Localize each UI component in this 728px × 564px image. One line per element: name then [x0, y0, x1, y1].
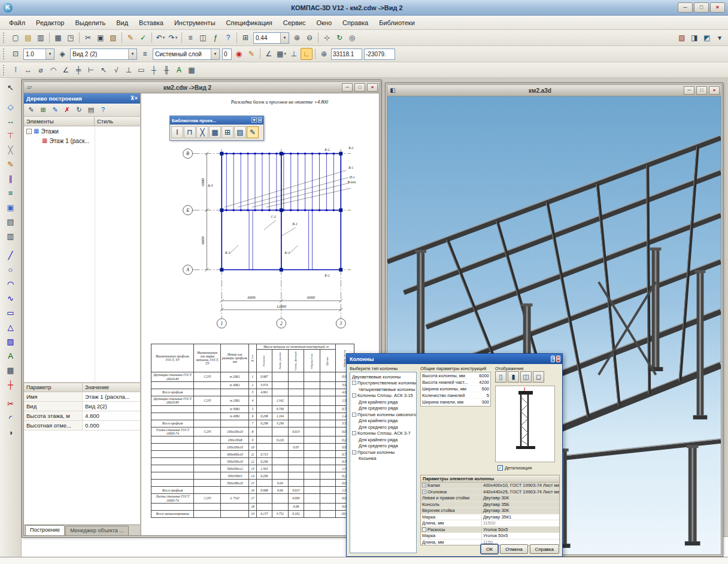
grid-button[interactable]: ▦▾: [275, 48, 287, 60]
element-value[interactable]: 440х440х25, ГОСТ 19903-74 Лист металлич.: [482, 489, 559, 495]
element-value[interactable]: Двутавр 35Б: [482, 502, 559, 507]
dialog-tree-item[interactable]: Для крайнего ряда: [350, 436, 416, 443]
expander-icon[interactable]: -: [352, 450, 356, 454]
parameter-value[interactable]: Этаж 1 (раскла...: [83, 392, 140, 401]
zoom-combo[interactable]: 0.44▾: [253, 32, 289, 44]
drawing-area[interactable]: Раскладка балок и прогонов на отметке +4…: [141, 93, 379, 535]
close-button[interactable]: ×: [710, 2, 725, 13]
selection-button[interactable]: ▣: [3, 200, 19, 214]
chevron-down-icon[interactable]: ▾: [163, 35, 165, 40]
dialog-titlebar[interactable]: Колонны ?×: [347, 354, 562, 364]
element-row[interactable]: МаркаДвутавр 35К1: [421, 514, 559, 521]
toolbar-options-button[interactable]: ▾: [714, 32, 726, 44]
variables-button[interactable]: ƒ: [210, 32, 222, 44]
dialog-tree-item[interactable]: -Пространственные колонны: [350, 380, 416, 387]
expander-icon[interactable]: -: [352, 431, 356, 435]
layer-combo[interactable]: Системный слой▾: [153, 48, 220, 60]
angle-snap-button[interactable]: ∠: [263, 48, 275, 60]
minimize-button[interactable]: ─: [342, 83, 353, 92]
lib-close-icon[interactable]: ×: [258, 117, 262, 123]
element-value[interactable]: Двутавр 35К1: [482, 514, 559, 520]
zoom-area-button[interactable]: ⊞: [239, 32, 251, 44]
spell-check-button[interactable]: ✓: [137, 32, 149, 44]
parameter-value[interactable]: 4.800: [83, 411, 140, 420]
library-float-titlebar[interactable]: Библиотека проек... ▼×: [170, 116, 263, 125]
toolbar-grip[interactable]: [3, 32, 6, 43]
maximize-button[interactable]: □: [354, 83, 365, 92]
menu-item[interactable]: Справка: [337, 17, 374, 28]
menu-item[interactable]: Спецификация: [221, 17, 278, 28]
cut-button[interactable]: ✂: [82, 32, 94, 44]
leader-button[interactable]: ↖: [98, 64, 110, 76]
redo-button[interactable]: ↷▾: [167, 32, 179, 44]
close-button[interactable]: ×: [367, 83, 378, 92]
minimize-button[interactable]: ─: [684, 86, 694, 95]
element-value[interactable]: Уголок 50х5: [482, 533, 559, 538]
zoom-in-button[interactable]: ⊕: [291, 32, 303, 44]
edit-parameters-button[interactable]: ✎: [50, 105, 60, 116]
element-value[interactable]: Двутавр 30К: [482, 495, 559, 501]
column-header-style[interactable]: Стиль: [95, 117, 140, 126]
parameter-value[interactable]: Вид 2(2): [83, 402, 140, 411]
menu-item[interactable]: Окно: [311, 17, 337, 28]
undo-button[interactable]: ↶▾: [154, 32, 166, 44]
auto-dimension-button[interactable]: ⊺: [10, 64, 22, 76]
dialog-tree-item[interactable]: Двухветвевые колонны: [350, 374, 416, 380]
expander-icon[interactable]: +: [422, 483, 426, 487]
chain-dimension-button[interactable]: ╪: [72, 64, 84, 76]
column-element-button[interactable]: Ι: [171, 126, 183, 138]
menu-item[interactable]: Редактор: [31, 17, 69, 28]
chevron-down-icon[interactable]: ▾: [128, 49, 136, 59]
open-document-button[interactable]: ▤: [22, 32, 34, 44]
detail-checkbox-row[interactable]: ✓ Детализация: [498, 465, 532, 471]
local-csys-button[interactable]: ⊥: [288, 48, 300, 60]
dimensions-button[interactable]: ↔: [3, 114, 19, 128]
paste-button[interactable]: ▨: [107, 32, 119, 44]
element-row[interactable]: Верхняя стойкаДвутавр 30К: [421, 508, 559, 514]
polygon-tool-button[interactable]: △: [3, 320, 19, 334]
hatch-tool-button[interactable]: ▨: [3, 334, 19, 348]
layout-button[interactable]: ◫: [197, 32, 209, 44]
element-value[interactable]: Двутавр 30К: [482, 508, 559, 513]
delete-object-button[interactable]: ✗: [62, 105, 72, 116]
symmetry-tool-button[interactable]: ◑: [3, 425, 19, 439]
column-type-tree[interactable]: Двухветвевые колонны-Пространственные ко…: [350, 372, 417, 553]
help-button[interactable]: Справка: [530, 544, 559, 554]
parameter-value[interactable]: 0.000: [83, 421, 140, 430]
column-view-2-button[interactable]: ▮: [508, 371, 519, 383]
dialog-tree-item[interactable]: -Простые колонны: [350, 449, 416, 456]
pan-button[interactable]: ⊹: [321, 32, 333, 44]
fillet-tool-button[interactable]: ◜: [3, 411, 19, 425]
tree-node[interactable]: ▦Этаж 1 (раск...: [24, 136, 140, 145]
dialog-tree-item[interactable]: Для крайнего ряда: [350, 418, 416, 424]
angle-dimension-button[interactable]: ∠: [60, 64, 72, 76]
tree-panel-caption[interactable]: Дерево построения ⊼×: [24, 93, 140, 104]
minimize-button[interactable]: ─: [678, 2, 693, 13]
dialog-tree-item[interactable]: Для среднего ряда: [350, 424, 416, 430]
panel-tab[interactable]: Менеджер объекта ...: [65, 526, 129, 535]
specification-button[interactable]: ≡: [184, 32, 196, 44]
print-preview-button[interactable]: ◳: [65, 32, 77, 44]
dialog-tree-item[interactable]: -Колонны Сплош. АСК 3-7: [350, 430, 416, 437]
expander-icon[interactable]: -: [26, 129, 32, 134]
dialog-tree-item[interactable]: Четырехветвевые колонны: [350, 386, 416, 393]
radius-dimension-button[interactable]: ◠: [47, 64, 59, 76]
menu-item[interactable]: Сервис: [278, 17, 311, 28]
column-view-4-button[interactable]: ◻: [533, 371, 544, 383]
maximize-button[interactable]: □: [694, 2, 709, 13]
parametrization-button[interactable]: ∥: [3, 171, 19, 186]
common-parameter-value[interactable]: 5: [474, 393, 489, 398]
linear-dimension-button[interactable]: ↔: [22, 64, 34, 76]
panel-tab[interactable]: Построение: [25, 525, 65, 535]
tree-help-button[interactable]: ?: [98, 105, 108, 116]
list-element-button[interactable]: ▤: [234, 126, 246, 138]
dialog-tree-item[interactable]: -Простые колонны сквозного: [350, 411, 416, 418]
column-view-1-button[interactable]: ▯: [495, 371, 506, 383]
table-insert-button[interactable]: ▦: [186, 64, 198, 76]
coordinate-x-field[interactable]: 33118.1: [331, 48, 362, 60]
expander-icon[interactable]: +: [422, 490, 426, 494]
copy-button[interactable]: ▣: [95, 32, 107, 44]
diameter-dimension-button[interactable]: ⌀: [35, 64, 47, 76]
common-parameter-value[interactable]: 500: [474, 386, 489, 392]
brace-element-button[interactable]: ╳: [196, 126, 208, 138]
